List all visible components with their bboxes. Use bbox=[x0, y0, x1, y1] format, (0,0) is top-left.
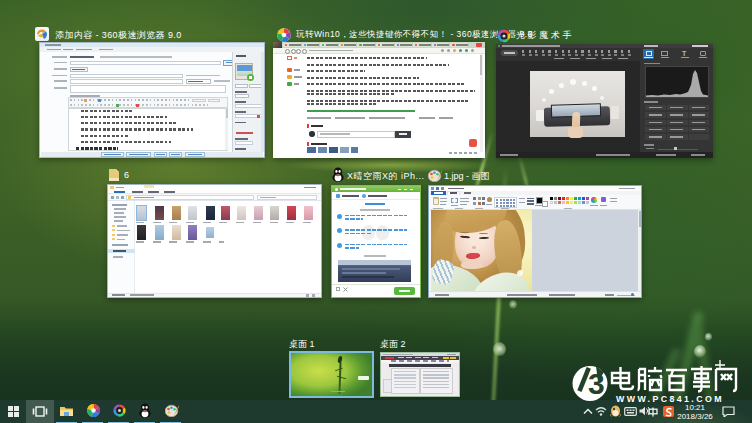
svg-text:3: 3 bbox=[588, 367, 605, 400]
svg-text:WWW.PC841.COM: WWW.PC841.COM bbox=[616, 394, 724, 404]
